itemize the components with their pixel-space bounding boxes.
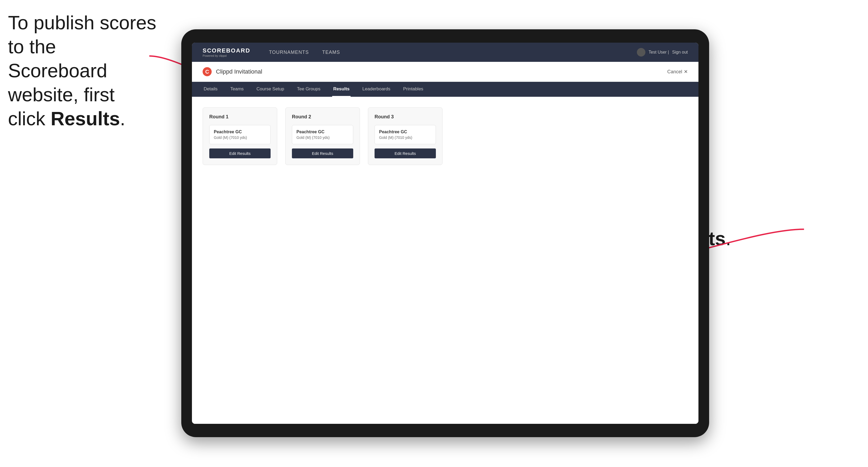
tournament-icon: C bbox=[203, 67, 212, 76]
round-3-course-card: Peachtree GC Gold (M) (7010 yds) bbox=[375, 125, 436, 144]
nav-user: Test User | Sign out bbox=[637, 48, 688, 57]
round-3-course-name: Peachtree GC bbox=[379, 129, 431, 134]
content-area: C Clippd Invitational Cancel ✕ Details T… bbox=[192, 62, 699, 424]
tab-teams[interactable]: Teams bbox=[229, 82, 245, 97]
tab-results[interactable]: Results bbox=[332, 82, 350, 97]
logo-area: SCOREBOARD Powered by clippd bbox=[203, 47, 250, 57]
rounds-container: Round 1 Peachtree GC Gold (M) (7010 yds)… bbox=[192, 97, 699, 176]
round-3-title: Round 3 bbox=[375, 114, 436, 120]
nav-teams[interactable]: TEAMS bbox=[322, 50, 340, 55]
edit-results-round-2-button[interactable]: Edit Results bbox=[292, 149, 353, 158]
round-1-card: Round 1 Peachtree GC Gold (M) (7010 yds)… bbox=[203, 107, 277, 165]
logo-subtext: Powered by clippd bbox=[203, 54, 226, 57]
round-1-course-card: Peachtree GC Gold (M) (7010 yds) bbox=[209, 125, 271, 144]
round-1-course-detail: Gold (M) (7010 yds) bbox=[214, 135, 266, 140]
edit-results-round-3-button[interactable]: Edit Results bbox=[375, 149, 436, 158]
round-3-course-detail: Gold (M) (7010 yds) bbox=[379, 135, 431, 140]
tab-course-setup[interactable]: Course Setup bbox=[255, 82, 285, 97]
sign-out-link[interactable]: Sign out bbox=[672, 50, 688, 55]
top-nav: SCOREBOARD Powered by clippd TOURNAMENTS… bbox=[192, 43, 699, 62]
logo-text: SCOREBOARD bbox=[203, 47, 250, 54]
round-3-card: Round 3 Peachtree GC Gold (M) (7010 yds)… bbox=[368, 107, 442, 165]
tournament-header: C Clippd Invitational Cancel ✕ bbox=[192, 62, 699, 82]
sub-nav: Details Teams Course Setup Tee Groups Re… bbox=[192, 82, 699, 97]
tab-leaderboards[interactable]: Leaderboards bbox=[361, 82, 391, 97]
round-2-course-detail: Gold (M) (7010 yds) bbox=[297, 135, 349, 140]
round-1-course-name: Peachtree GC bbox=[214, 129, 266, 134]
user-avatar bbox=[637, 48, 645, 57]
tablet-frame: SCOREBOARD Powered by clippd TOURNAMENTS… bbox=[181, 29, 709, 437]
round-2-course-card: Peachtree GC Gold (M) (7010 yds) bbox=[292, 125, 353, 144]
cancel-button[interactable]: Cancel ✕ bbox=[667, 69, 688, 75]
tab-details[interactable]: Details bbox=[203, 82, 219, 97]
round-2-title: Round 2 bbox=[292, 114, 353, 120]
tab-tee-groups[interactable]: Tee Groups bbox=[296, 82, 321, 97]
tab-printables[interactable]: Printables bbox=[402, 82, 425, 97]
round-2-course-name: Peachtree GC bbox=[297, 129, 349, 134]
nav-tournaments[interactable]: TOURNAMENTS bbox=[269, 50, 309, 55]
instruction-left: To publish scores to the Scoreboard webs… bbox=[8, 11, 157, 131]
tablet-screen: SCOREBOARD Powered by clippd TOURNAMENTS… bbox=[192, 43, 699, 424]
user-name: Test User | bbox=[649, 50, 669, 55]
tournament-name: Clippd Invitational bbox=[216, 68, 262, 75]
round-1-title: Round 1 bbox=[209, 114, 271, 120]
round-2-card: Round 2 Peachtree GC Gold (M) (7010 yds)… bbox=[285, 107, 360, 165]
edit-results-round-1-button[interactable]: Edit Results bbox=[209, 149, 271, 158]
